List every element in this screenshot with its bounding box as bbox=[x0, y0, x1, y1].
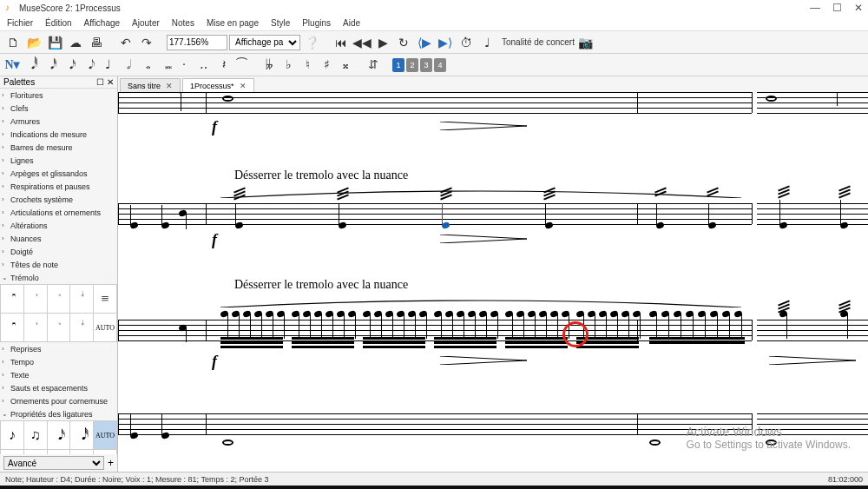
palettes-panel: Palettes ☐ ✕ Floritures Clefs Armures In… bbox=[0, 76, 118, 472]
tremolo-cell[interactable]: 𝆬 bbox=[48, 314, 70, 341]
palette-tremolo[interactable]: Trémolo bbox=[0, 271, 117, 284]
help-icon[interactable]: ❔ bbox=[302, 33, 321, 52]
tremolo-cell[interactable]: 𝆪 bbox=[1, 314, 23, 341]
tie-icon[interactable]: ⁀ bbox=[233, 56, 250, 75]
duration-16th-icon[interactable]: 𝅘𝅥𝅯 bbox=[61, 56, 78, 75]
cloud-icon[interactable]: ☁ bbox=[66, 33, 85, 52]
menu-notes[interactable]: Notes bbox=[172, 18, 194, 28]
tremolo-cell[interactable]: 𝆫 bbox=[24, 285, 47, 313]
minimize-button[interactable]: — bbox=[810, 2, 820, 14]
duration-64th-icon[interactable]: 𝅘𝅥𝅱 bbox=[23, 56, 40, 75]
tab-processus[interactable]: 1Processus*✕ bbox=[182, 78, 254, 92]
zoom-input[interactable] bbox=[167, 35, 227, 50]
sharp-icon[interactable]: ♯ bbox=[318, 56, 335, 75]
tab-untitled[interactable]: Sans titre✕ bbox=[120, 78, 181, 92]
palette-repeats[interactable]: Reprises bbox=[0, 342, 117, 355]
menu-add[interactable]: Ajouter bbox=[132, 18, 160, 28]
note-input-mode-icon[interactable]: N▾ bbox=[3, 56, 21, 75]
metronome-icon[interactable]: ⏱ bbox=[457, 33, 476, 52]
palette-dynamics[interactable]: Nuances bbox=[0, 232, 117, 245]
palette-artic[interactable]: Articulations et ornements bbox=[0, 206, 117, 219]
palette-barlines[interactable]: Barres de mesure bbox=[0, 141, 117, 154]
menu-edit[interactable]: Édition bbox=[45, 18, 72, 28]
loop-out-icon[interactable]: ▶⟩ bbox=[436, 33, 455, 52]
camera-icon[interactable]: 📷 bbox=[576, 33, 595, 52]
palette-accidentals[interactable]: Altérations bbox=[0, 219, 117, 232]
beam-cell[interactable]: AUTO bbox=[94, 421, 116, 449]
redo-icon[interactable]: ↷ bbox=[137, 33, 156, 52]
rest-icon[interactable]: 𝄽 bbox=[214, 56, 231, 75]
palette-text[interactable]: Texte bbox=[0, 368, 117, 381]
palette-grace[interactable]: Floritures bbox=[0, 89, 117, 102]
palette-brackets[interactable]: Crochets système bbox=[0, 193, 117, 206]
tab-close-icon[interactable]: ✕ bbox=[166, 82, 173, 90]
view-mode-select[interactable]: Affichage par page bbox=[229, 35, 300, 50]
beam-cell[interactable]: 𝅘𝅥𝅯 bbox=[48, 421, 70, 449]
palette-beams[interactable]: Propriétés des ligatures bbox=[0, 407, 117, 420]
maximize-button[interactable]: ☐ bbox=[832, 2, 842, 14]
beam-cell[interactable]: ♪ bbox=[1, 421, 23, 449]
tremolo-cell[interactable]: 𝆪 bbox=[1, 285, 23, 313]
palette-lines[interactable]: Lignes bbox=[0, 154, 117, 167]
menu-layout[interactable]: Mise en page bbox=[207, 18, 259, 28]
palette-bagpipe[interactable]: Ornements pour cornemuse bbox=[0, 394, 117, 407]
duration-8th-icon[interactable]: 𝅘𝅥𝅮 bbox=[80, 56, 97, 75]
duration-breve-icon[interactable]: 𝅜 bbox=[156, 56, 174, 75]
dot-icon[interactable]: · bbox=[175, 56, 193, 75]
tremolo-cell[interactable]: 𝆬 bbox=[48, 285, 70, 313]
palette-add-icon[interactable]: + bbox=[108, 457, 114, 469]
palettes-close-icon[interactable]: ☐ ✕ bbox=[96, 77, 114, 87]
score-canvas[interactable]: Cl. bas Vl V Vi fDésserrer le tremolo av… bbox=[118, 92, 868, 472]
palette-clefs[interactable]: Clefs bbox=[0, 102, 117, 115]
rewind-icon[interactable]: ◀◀ bbox=[352, 33, 372, 52]
close-button[interactable]: ✕ bbox=[854, 2, 863, 14]
palette-tempo[interactable]: Tempo bbox=[0, 355, 117, 368]
palette-breaks[interactable]: Sauts et espacements bbox=[0, 381, 117, 394]
menu-file[interactable]: Fichier bbox=[7, 18, 33, 28]
menu-style[interactable]: Style bbox=[271, 18, 290, 28]
open-file-icon[interactable]: 📂 bbox=[24, 33, 43, 52]
menu-view[interactable]: Affichage bbox=[84, 18, 121, 28]
play-icon[interactable]: ▶ bbox=[373, 33, 392, 52]
palette-noteheads[interactable]: Têtes de note bbox=[0, 258, 117, 271]
flip-icon[interactable]: ⇵ bbox=[365, 56, 382, 75]
tremolo-cell[interactable]: 𝆭 bbox=[70, 314, 93, 341]
palette-arpeggios[interactable]: Arpèges et glissandos bbox=[0, 167, 117, 180]
undo-icon[interactable]: ↶ bbox=[116, 33, 135, 52]
tremolo-cell[interactable]: AUTO bbox=[94, 314, 116, 341]
palette-workspace-select[interactable]: Avancé bbox=[3, 456, 104, 470]
duration-whole-icon[interactable]: 𝅝 bbox=[137, 56, 155, 75]
beam-cell[interactable]: 𝅘𝅥𝅰 bbox=[70, 421, 93, 449]
voice-1-button[interactable]: 1 bbox=[392, 58, 404, 72]
rewind-start-icon[interactable]: ⏮ bbox=[332, 33, 351, 52]
palette-breaths[interactable]: Respirations et pauses bbox=[0, 180, 117, 193]
double-dot-icon[interactable]: ‥ bbox=[194, 56, 212, 75]
natural-icon[interactable]: ♮ bbox=[299, 56, 316, 75]
new-file-icon[interactable]: 🗋 bbox=[3, 33, 23, 52]
voice-4-button[interactable]: 4 bbox=[434, 58, 446, 72]
menu-plugins[interactable]: Plugins bbox=[302, 18, 331, 28]
count-in-icon[interactable]: ♩ bbox=[477, 33, 496, 52]
palette-timesig[interactable]: Indications de mesure bbox=[0, 128, 117, 141]
duration-half-icon[interactable]: 𝅗𝅥 bbox=[118, 56, 135, 75]
print-icon[interactable]: 🖶 bbox=[87, 33, 106, 52]
duration-32nd-icon[interactable]: 𝅘𝅥𝅰 bbox=[42, 56, 59, 75]
menu-help[interactable]: Aide bbox=[343, 18, 360, 28]
palette-keysig[interactable]: Armures bbox=[0, 115, 117, 128]
loop-in-icon[interactable]: ⟨▶ bbox=[415, 33, 434, 52]
tremolo-cell[interactable]: ≡ bbox=[94, 285, 116, 313]
voice-3-button[interactable]: 3 bbox=[420, 58, 432, 72]
concert-pitch-label[interactable]: Tonalité de concert bbox=[502, 37, 575, 47]
tremolo-cell[interactable]: 𝆫 bbox=[24, 314, 47, 341]
voice-2-button[interactable]: 2 bbox=[406, 58, 418, 72]
loop-icon[interactable]: ↻ bbox=[394, 33, 413, 52]
palette-fingering[interactable]: Doigté bbox=[0, 245, 117, 258]
double-sharp-icon[interactable]: 𝄪 bbox=[337, 56, 354, 75]
duration-quarter-icon[interactable]: ♩ bbox=[99, 56, 116, 75]
save-icon[interactable]: 💾 bbox=[45, 33, 64, 52]
beam-cell[interactable]: ♫ bbox=[24, 421, 47, 449]
tab-close-icon[interactable]: ✕ bbox=[240, 82, 247, 90]
flat-icon[interactable]: ♭ bbox=[279, 56, 297, 75]
tremolo-cell[interactable]: 𝆭 bbox=[70, 285, 93, 313]
double-flat-icon[interactable]: 𝄫 bbox=[260, 56, 278, 75]
